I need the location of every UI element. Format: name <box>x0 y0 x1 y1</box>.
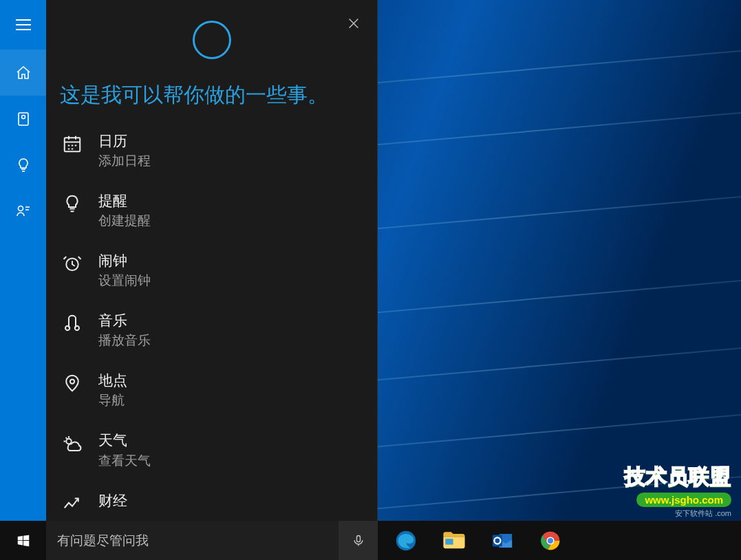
taskbar-app-edge[interactable] <box>382 521 430 560</box>
skill-title: 音乐 <box>98 312 151 329</box>
lightbulb-icon <box>60 192 85 214</box>
skill-title: 提醒 <box>98 192 151 209</box>
skill-subtitle: 导航 <box>98 391 127 409</box>
svg-point-7 <box>70 380 74 384</box>
windows-icon <box>16 533 31 548</box>
desktop: 这是我可以帮你做的一些事。 日历 添加日程 提醒 创建提醒 <box>0 0 741 560</box>
file-explorer-icon <box>442 530 466 551</box>
taskbar: 有问题尽管问我 <box>0 521 741 560</box>
music-icon <box>60 312 85 334</box>
cortana-logo-icon <box>193 21 231 59</box>
skill-subtitle: 创建提醒 <box>98 212 151 230</box>
skill-title: 地点 <box>98 371 127 389</box>
svg-point-5 <box>65 326 69 330</box>
location-icon <box>60 371 85 394</box>
outlook-icon <box>491 529 514 552</box>
skills-list: 日历 添加日程 提醒 创建提醒 闹钟 设置闹钟 <box>46 117 377 521</box>
skill-places[interactable]: 地点 导航 <box>60 360 377 420</box>
feedback-icon <box>15 203 32 219</box>
skill-subtitle: 播放音乐 <box>98 332 151 349</box>
menu-icon <box>16 19 31 30</box>
skill-title: 财经 <box>98 492 127 509</box>
watermark-url: www.jsgho.com <box>636 493 731 507</box>
menu-button[interactable] <box>0 0 46 50</box>
watermark-sub: 安下软件站 .com <box>625 508 731 519</box>
notebook-icon <box>15 111 32 127</box>
skill-title: 闹钟 <box>98 252 151 269</box>
calendar-icon <box>60 132 85 154</box>
weather-icon <box>60 431 85 453</box>
edge-icon <box>394 529 418 552</box>
svg-rect-11 <box>445 539 453 545</box>
search-input[interactable]: 有问题尽管问我 <box>46 521 339 560</box>
stocks-icon <box>60 492 85 514</box>
notebook-button[interactable] <box>0 96 46 142</box>
skill-subtitle: 设置闹钟 <box>98 272 151 290</box>
chrome-icon <box>539 530 561 552</box>
watermark: 技术员联盟 www.jsgho.com 安下软件站 .com <box>625 463 731 519</box>
cortana-sidebar <box>0 0 46 521</box>
cortana-panel: 这是我可以帮你做的一些事。 日历 添加日程 提醒 创建提醒 <box>46 0 378 521</box>
close-button[interactable] <box>340 10 367 37</box>
home-icon <box>15 65 32 81</box>
svg-rect-9 <box>356 535 360 541</box>
skill-music[interactable]: 音乐 播放音乐 <box>60 301 377 360</box>
svg-point-6 <box>75 326 79 330</box>
svg-point-1 <box>21 115 25 118</box>
feedback-button[interactable] <box>0 188 46 234</box>
watermark-title: 技术员联盟 <box>625 463 731 491</box>
skill-reminder[interactable]: 提醒 创建提醒 <box>60 181 377 241</box>
taskbar-apps <box>382 521 574 560</box>
svg-point-17 <box>548 538 553 543</box>
skill-subtitle: 查看天气 <box>98 452 151 470</box>
mic-icon <box>352 534 365 548</box>
skill-title: 日历 <box>98 132 151 149</box>
mic-button[interactable] <box>339 521 378 560</box>
taskbar-app-file-explorer[interactable] <box>430 521 478 560</box>
alarm-icon <box>60 252 85 274</box>
taskbar-app-chrome[interactable] <box>526 521 574 560</box>
close-icon <box>346 16 361 31</box>
start-button[interactable] <box>0 521 46 560</box>
skill-title: 天气 <box>98 431 151 449</box>
home-button[interactable] <box>0 50 46 96</box>
cortana-heading: 这是我可以帮你做的一些事。 <box>46 59 377 117</box>
search-placeholder: 有问题尽管问我 <box>57 532 149 550</box>
svg-point-2 <box>18 206 23 211</box>
skill-finance[interactable]: 财经 <box>60 481 377 521</box>
taskbar-app-outlook[interactable] <box>478 521 526 560</box>
lightbulb-icon <box>15 157 32 173</box>
skill-alarm[interactable]: 闹钟 设置闹钟 <box>60 241 377 301</box>
skill-subtitle: 添加日程 <box>98 152 151 170</box>
skill-weather[interactable]: 天气 查看天气 <box>60 420 377 480</box>
svg-point-8 <box>66 439 72 444</box>
tips-button[interactable] <box>0 142 46 188</box>
skill-calendar[interactable]: 日历 添加日程 <box>60 121 377 181</box>
